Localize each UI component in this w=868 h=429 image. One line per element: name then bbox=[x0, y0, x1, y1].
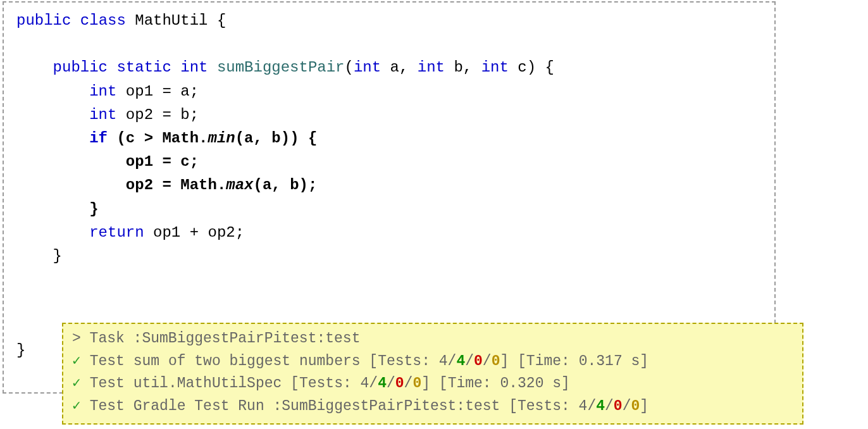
kw-public: public bbox=[16, 12, 71, 29]
method-name: sumBiggestPair bbox=[217, 59, 345, 76]
test-output-panel: > Task :SumBiggestPairPitest:test ✓ Test… bbox=[62, 323, 803, 425]
tests-fail: 0 bbox=[474, 353, 483, 370]
check-icon: ✓ bbox=[72, 353, 81, 370]
tests-skip: 0 bbox=[492, 353, 500, 370]
tests-total: 4 bbox=[439, 353, 448, 370]
kw-class: class bbox=[80, 12, 126, 29]
check-icon: ✓ bbox=[72, 398, 81, 414]
class-name: MathUtil bbox=[135, 12, 208, 29]
tests-pass: 4 bbox=[456, 353, 465, 370]
task-line: > Task :SumBiggestPairPitest:test bbox=[72, 330, 360, 347]
check-icon: ✓ bbox=[72, 375, 81, 392]
